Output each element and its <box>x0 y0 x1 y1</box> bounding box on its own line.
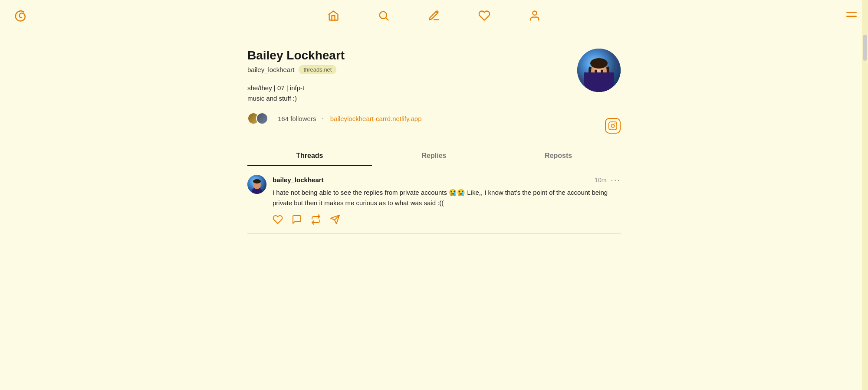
profile-tabs: Threads Replies Reposts <box>247 146 621 166</box>
navbar <box>0 0 868 31</box>
search-icon[interactable] <box>376 8 391 23</box>
profile-badge: threads.net <box>299 65 336 74</box>
comment-button[interactable] <box>292 214 302 225</box>
svg-point-13 <box>611 124 614 127</box>
svg-rect-7 <box>596 75 602 81</box>
bio-line1: she/they | 07 | infp-t <box>247 83 577 93</box>
follower-avatar-2 <box>256 112 268 125</box>
follower-avatars <box>247 112 268 125</box>
svg-point-11 <box>601 70 603 73</box>
repost-button[interactable] <box>311 214 321 225</box>
svg-point-14 <box>615 123 615 124</box>
post-more-icon[interactable]: ··· <box>611 175 621 185</box>
profile-avatar <box>577 49 621 92</box>
tab-replies[interactable]: Replies <box>372 146 496 166</box>
activity-icon[interactable] <box>477 8 492 23</box>
svg-point-10 <box>595 70 597 73</box>
scrollbar[interactable] <box>862 0 868 390</box>
svg-point-6 <box>587 77 611 92</box>
svg-point-19 <box>253 179 261 184</box>
followers-link[interactable]: baileylockheart-carrd.netlify.app <box>330 115 422 122</box>
instagram-link-icon[interactable] <box>605 118 621 134</box>
post-time: 10m <box>595 177 606 184</box>
post-avatar <box>247 175 266 194</box>
post-actions <box>273 214 621 225</box>
tab-reposts[interactable]: Reposts <box>496 146 621 166</box>
avatar-image <box>577 49 621 92</box>
profile-info: Bailey Lockheart bailey_lockheart thread… <box>247 49 577 125</box>
tab-threads[interactable]: Threads <box>247 146 372 166</box>
like-button[interactable] <box>273 214 283 225</box>
post-header: bailey_lockheart 10m ··· I hate not bein… <box>247 175 621 225</box>
bio-line2: music and stuff :) <box>247 93 577 104</box>
logo[interactable] <box>10 5 31 26</box>
svg-point-0 <box>380 11 387 18</box>
profile-nav-icon[interactable] <box>527 8 542 23</box>
svg-point-9 <box>590 58 608 69</box>
post-username: bailey_lockheart <box>273 176 324 184</box>
post-username-row: bailey_lockheart 10m ··· <box>273 175 621 185</box>
profile-username-row: bailey_lockheart threads.net <box>247 65 577 74</box>
svg-rect-12 <box>609 122 617 130</box>
navbar-right <box>845 8 858 23</box>
profile-bio: she/they | 07 | infp-t music and stuff :… <box>247 83 577 104</box>
post-time-row: 10m ··· <box>595 175 621 185</box>
post-meta: bailey_lockheart 10m ··· I hate not bein… <box>273 175 621 225</box>
profile-name: Bailey Lockheart <box>247 49 577 62</box>
navbar-center <box>326 8 542 23</box>
menu-icon[interactable] <box>845 8 858 23</box>
compose-icon[interactable] <box>426 8 442 23</box>
share-button[interactable] <box>330 214 340 225</box>
thread-post: bailey_lockheart 10m ··· I hate not bein… <box>247 166 621 234</box>
profile-followers-row: 164 followers · baileylockheart-carrd.ne… <box>247 112 577 125</box>
profile-username: bailey_lockheart <box>247 66 294 73</box>
svg-point-1 <box>533 11 536 15</box>
profile-right <box>577 49 621 134</box>
home-icon[interactable] <box>326 8 341 23</box>
scrollbar-thumb[interactable] <box>863 35 867 61</box>
profile-header: Bailey Lockheart bailey_lockheart thread… <box>247 49 621 134</box>
followers-count[interactable]: 164 followers <box>278 115 316 122</box>
main-content: Bailey Lockheart bailey_lockheart thread… <box>239 31 629 234</box>
dot-separator: · <box>321 115 323 122</box>
post-content: I hate not being able to see the replies… <box>273 187 621 208</box>
